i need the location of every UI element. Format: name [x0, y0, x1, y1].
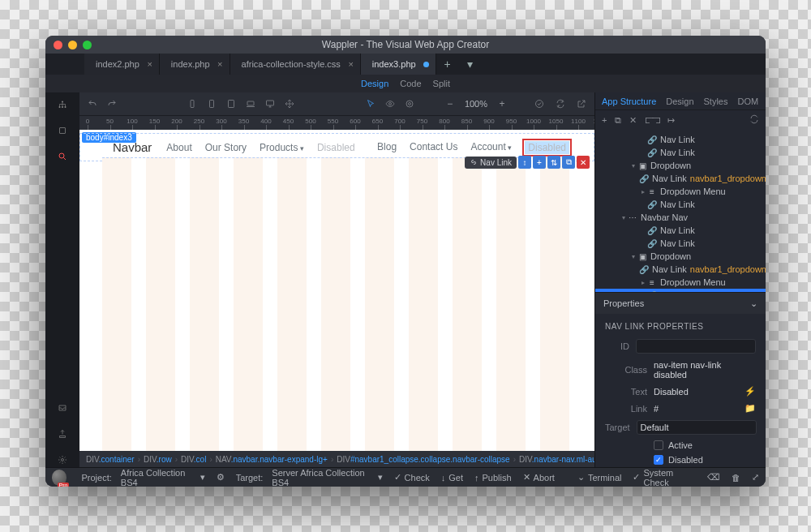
view-design[interactable]: Design — [361, 79, 388, 88]
device-laptop-icon[interactable] — [244, 97, 257, 110]
copy-icon[interactable]: ⧉ — [615, 115, 621, 126]
nav-link[interactable]: Our Story — [205, 142, 247, 153]
terminal-button[interactable]: ⌄ Terminal — [577, 472, 622, 483]
move-up-icon[interactable]: ↕ — [518, 156, 531, 169]
external-icon[interactable] — [575, 97, 588, 110]
plus-icon[interactable]: + — [496, 97, 508, 110]
check-button[interactable]: ✓ Check — [394, 472, 430, 483]
text-value[interactable]: Disabled — [654, 387, 738, 397]
tree-node[interactable]: 🔗Nav Link — [595, 224, 766, 237]
tree-node[interactable]: ▾⋯Navbar Nav — [595, 211, 766, 224]
design-canvas[interactable]: body#index3 Navbar AboutOur StoryProduct… — [79, 130, 594, 451]
nav-link[interactable]: Blog — [377, 141, 397, 154]
cursor-icon[interactable] — [364, 97, 377, 110]
box-icon[interactable] — [55, 123, 70, 138]
move-icon[interactable] — [283, 97, 296, 110]
device-tablet-icon[interactable] — [225, 97, 238, 110]
tree-node[interactable]: ▾▣Dropdown — [595, 159, 766, 172]
bookmark-icon[interactable]: ⫍⫎ — [645, 115, 659, 126]
view-code[interactable]: Code — [400, 79, 421, 88]
search-icon[interactable] — [55, 149, 70, 164]
eye-icon[interactable] — [384, 97, 397, 110]
breadcrumb-item[interactable]: DIV.col — [181, 455, 206, 464]
file-tab[interactable]: index3.php — [361, 54, 436, 75]
trash-icon[interactable]: 🗑 — [732, 473, 740, 483]
active-checkbox[interactable]: Active — [595, 438, 766, 453]
add-node-icon[interactable]: + — [602, 115, 607, 126]
remove-icon[interactable]: ✕ — [629, 115, 637, 126]
breadcrumb-item[interactable]: DIV.navbar-nav.ml-auto — [519, 455, 594, 464]
app-structure-tree[interactable]: 🔗Nav Link🔗Nav Link▾▣Dropdown🔗Nav Linknav… — [595, 130, 766, 292]
panel-tab[interactable]: DOM — [737, 97, 758, 106]
device-mobile-icon[interactable] — [186, 97, 199, 110]
clear-icon[interactable]: ⌫ — [707, 472, 720, 483]
nav-link[interactable]: Disabled — [525, 141, 569, 154]
nav-link[interactable]: Account — [470, 141, 512, 154]
breadcrumb-item[interactable]: DIV.row — [144, 455, 172, 464]
breadcrumb-item[interactable]: DIV.container — [86, 455, 135, 464]
system-check-button[interactable]: ✓ System Check — [633, 468, 696, 487]
inbox-icon[interactable] — [55, 401, 70, 415]
disabled-checkbox[interactable]: ✓Disabled — [595, 453, 766, 467]
nav-link[interactable]: About — [166, 142, 191, 153]
add-icon[interactable]: + — [533, 156, 546, 169]
get-button[interactable]: ↓ Get — [441, 473, 463, 483]
sync-icon[interactable] — [554, 97, 567, 110]
user-avatar[interactable]: Pro — [52, 470, 67, 486]
file-tab[interactable]: index2.php× — [84, 54, 160, 75]
new-tab-button[interactable]: + — [436, 58, 459, 71]
target-select[interactable] — [637, 420, 757, 435]
nav-link[interactable]: Contact Us — [410, 141, 457, 154]
tree-node[interactable]: 🔗Nav Link — [595, 237, 766, 250]
move-down-icon[interactable]: ⇅ — [547, 156, 560, 169]
folder-icon[interactable]: 📁 — [744, 403, 756, 414]
tree-node[interactable]: ▾▣Dropdown — [595, 250, 766, 263]
close-tab-icon[interactable]: × — [147, 59, 152, 69]
nav-link[interactable]: Products — [260, 142, 304, 153]
close-tab-icon[interactable]: × — [217, 59, 222, 69]
id-input[interactable] — [636, 339, 756, 354]
tab-overflow-icon[interactable]: ▾ — [459, 58, 482, 71]
dynamic-icon[interactable]: ⚡ — [744, 386, 756, 397]
sitemap-icon[interactable] — [55, 97, 70, 112]
check-circle-icon[interactable] — [533, 97, 546, 110]
close-tab-icon[interactable]: × — [348, 59, 353, 69]
target-icon[interactable] — [403, 97, 416, 110]
export-icon[interactable]: ↦ — [667, 115, 675, 126]
tree-node[interactable]: ▸≡Dropdown Menu — [595, 185, 766, 198]
file-tab[interactable]: africa-collection-style.css× — [230, 54, 361, 75]
project-selector[interactable]: Project: Africa Collection BS4 ▾ — [81, 468, 204, 487]
refresh-tree-icon[interactable] — [749, 114, 759, 126]
upload-icon[interactable] — [55, 427, 70, 441]
target-selector[interactable]: Target: Server Africa Collection BS4 ▾ — [236, 468, 383, 487]
breadcrumb-item[interactable]: NAV.navbar.navbar-expand-lg+ — [216, 455, 328, 464]
tree-node[interactable]: 🔗Nav Link — [595, 133, 766, 146]
breadcrumb-item[interactable]: DIV#navbar1_collapse.collapse.navbar-col… — [337, 455, 509, 464]
file-tab[interactable]: index.php× — [160, 54, 230, 75]
settings-icon[interactable] — [55, 453, 70, 467]
tree-node[interactable]: 🔗Nav Linknavbar1_dropdown — [595, 172, 766, 185]
expand-icon[interactable]: ⤢ — [752, 472, 759, 483]
tree-node[interactable]: 🔗Nav Link — [595, 146, 766, 159]
panel-tab[interactable]: App Structure — [602, 97, 656, 106]
redo-icon[interactable] — [105, 97, 118, 110]
device-desktop-icon[interactable] — [264, 97, 277, 110]
undo-icon[interactable] — [86, 97, 99, 110]
abort-button[interactable]: ✕ Abort — [523, 472, 555, 483]
panel-tab[interactable]: Styles — [704, 97, 728, 106]
navbar-brand[interactable]: Navbar — [113, 140, 152, 154]
class-value[interactable]: nav-item nav-link disabled — [654, 360, 756, 380]
delete-icon[interactable]: ✕ — [577, 156, 590, 169]
tree-node[interactable]: ▸≡Dropdown Menu — [595, 276, 766, 289]
tree-node[interactable]: 🔗Nav Link — [595, 198, 766, 211]
tree-node[interactable]: 🔗Nav Linknavbar1_dropdown — [595, 263, 766, 276]
properties-header[interactable]: Properties ⌄ — [595, 293, 766, 314]
duplicate-icon[interactable]: ⧉ — [562, 156, 575, 169]
link-value[interactable]: # — [654, 404, 738, 414]
device-small-icon[interactable] — [205, 97, 218, 110]
minus-icon[interactable]: − — [444, 97, 457, 110]
project-settings-icon[interactable]: ⚙ — [217, 472, 225, 483]
publish-button[interactable]: ↑ Publish — [474, 473, 512, 483]
view-split[interactable]: Split — [433, 79, 450, 88]
panel-tab[interactable]: Design — [666, 97, 693, 106]
